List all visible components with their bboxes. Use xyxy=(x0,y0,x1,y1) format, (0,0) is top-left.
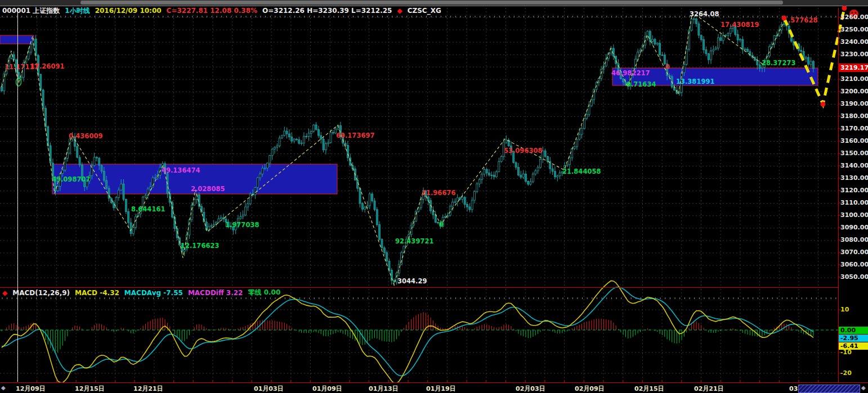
price-tick-label: 3150.00 xyxy=(840,150,867,157)
price-tick-label: 3110.00 xyxy=(840,199,867,206)
chart-annotation: 13.381991 xyxy=(676,78,714,85)
grid-lines xyxy=(0,8,838,382)
forecast-dot xyxy=(821,102,826,107)
price-tick-label: 3080.00 xyxy=(840,236,867,243)
price-tick-label: 3100.00 xyxy=(840,211,867,219)
chart-annotation: 21.96676 xyxy=(422,189,455,197)
chart-annotation: 92.439721 xyxy=(395,237,433,245)
macd-params: MACD(12,26,9) xyxy=(12,289,70,297)
chart-annotation: 2.028085 xyxy=(191,185,225,193)
chart-annotation: 46.982217 xyxy=(611,69,650,77)
chart-annotations: 11.1711717.260910.43600949.09870749.1364… xyxy=(5,10,817,285)
chart-annotation: 28.37273 xyxy=(762,59,795,67)
date-label: 01月13日 xyxy=(369,385,399,393)
chart-annotation: 1.977038 xyxy=(225,221,259,229)
price-tick-label: 3250.00 xyxy=(840,26,867,33)
macd-value-badge: -2.95 xyxy=(839,335,868,342)
chart-annotation: 0.436009 xyxy=(69,132,102,140)
price-tick-label: 3260.00 xyxy=(840,13,867,21)
macd-diamond-icon: ◆ xyxy=(2,289,7,297)
chart-annotation: 0 xyxy=(665,63,670,71)
macd-tick-label: 10 xyxy=(840,306,867,313)
date-label: 01月19日 xyxy=(426,385,456,393)
date-axis-bar: ◆ ◆ 12月09日12月15日12月21日01月03日01月09日01月13日… xyxy=(0,383,868,393)
date-label: 12月15日 xyxy=(75,385,105,393)
chart-annotation: 8.644161 xyxy=(131,205,165,213)
chart-annotation: 17.430819 xyxy=(721,21,759,29)
horizontal-scrollbar-thumb[interactable] xyxy=(798,385,860,393)
symbol-name: 000001 上证指数 xyxy=(2,6,60,16)
price-tick-label: 3120.00 xyxy=(840,187,867,194)
date-label: 01月03日 xyxy=(254,385,284,393)
scroll-left-arrow-icon[interactable]: ◆ xyxy=(1,385,6,391)
forecast-dot xyxy=(842,6,847,11)
chart-annotation: 0.71634 xyxy=(627,80,656,88)
chart-annotation: 21.844058 xyxy=(562,168,601,175)
close-change-label: C=3227.81 12.08 0.38% xyxy=(167,7,257,15)
macddiff-value: MACDDiff 3.22 xyxy=(188,289,243,297)
price-tick-label: 3230.00 xyxy=(840,51,867,58)
date-label: 12月09日 xyxy=(16,385,46,393)
chart-annotation: 69.173697 xyxy=(336,132,374,139)
price-tick-label: 3090.00 xyxy=(840,224,867,231)
macd-value: MACD -4.32 xyxy=(75,289,119,297)
chart-annotation: 3264.08 xyxy=(690,10,719,18)
indicator-name: CZSC_XG xyxy=(408,7,441,15)
chart-annotation: 3044.29 xyxy=(397,277,427,285)
scroll-right-arrow-icon[interactable]: ◆ xyxy=(861,385,866,391)
macdavg-value: MACDAvg -7.55 xyxy=(124,289,183,297)
chart-annotation: 53.096308 xyxy=(504,147,542,155)
macd-avg-line xyxy=(2,287,813,376)
macd-tick-label: -20 xyxy=(840,369,867,377)
zeroline-value: 零线 0.00 xyxy=(248,288,280,297)
chart-annotation: 49.136474 xyxy=(162,166,200,174)
price-tick-label: 3130.00 xyxy=(840,174,867,182)
chart-annotation: 12.176623 xyxy=(181,242,219,250)
indicator-diamond-icon: ◆ xyxy=(397,7,402,15)
quote-title-bar: 000001 上证指数1小时线2016/12/09 10:00C=3227.81… xyxy=(2,6,441,15)
date-label: 02月03日 xyxy=(516,385,545,393)
chart-annotation: 0 xyxy=(439,220,444,228)
price-tick-label: 3170.00 xyxy=(840,125,867,132)
price-tick-label: 3050.00 xyxy=(840,273,867,281)
price-tick-label: 3160.00 xyxy=(840,137,867,144)
chart-annotation: 49.098707 xyxy=(52,175,90,183)
chart-annotation: .577628 xyxy=(788,16,817,24)
date-label: 12月21日 xyxy=(133,385,163,393)
chart-window: 000001 上证指数1小时线2016/12/09 10:00C=3227.81… xyxy=(0,0,868,393)
price-tick-label: 3140.00 xyxy=(840,162,867,169)
price-tick-label: 3240.00 xyxy=(840,38,867,46)
macd-value-badge: 0.00 xyxy=(839,327,868,334)
price-tick-label: 3070.00 xyxy=(840,249,867,256)
datetime-label: 2016/12/09 10:00 xyxy=(95,7,162,15)
chart-annotation: 17.26091 xyxy=(30,62,64,70)
date-label: 02月21日 xyxy=(694,385,724,393)
price-tick-label: 3190.00 xyxy=(840,100,867,107)
price-tick-label: 3210.00 xyxy=(840,75,867,83)
signal-zone-box xyxy=(0,35,34,44)
period-label: 1小时线 xyxy=(65,6,90,16)
date-label: 02月09日 xyxy=(575,385,605,393)
main-chart-canvas[interactable]: 11.1711717.260910.43600949.09870749.1364… xyxy=(0,0,868,393)
signal-zone-boxes xyxy=(0,35,818,194)
price-tick-label: 3060.00 xyxy=(840,261,867,268)
price-tick-label: 3180.00 xyxy=(840,112,867,120)
date-label: 02月15日 xyxy=(634,385,664,393)
date-label: 01月09日 xyxy=(312,385,342,393)
price-tick-label: 3200.00 xyxy=(840,88,867,95)
macd-header-bar: ◆MACD(12,26,9)MACD -4.32MACDAvg -7.55MAC… xyxy=(2,288,280,297)
ohl-label: O=3212.26 H=3230.39 L=3212.25 xyxy=(262,7,392,15)
current-price-badge: 3219.17 xyxy=(839,64,868,72)
candlesticks xyxy=(1,16,815,286)
forecast-dot xyxy=(782,16,787,21)
zigzag-line xyxy=(2,12,784,285)
macd-value-badge: -6.41 xyxy=(839,342,868,350)
